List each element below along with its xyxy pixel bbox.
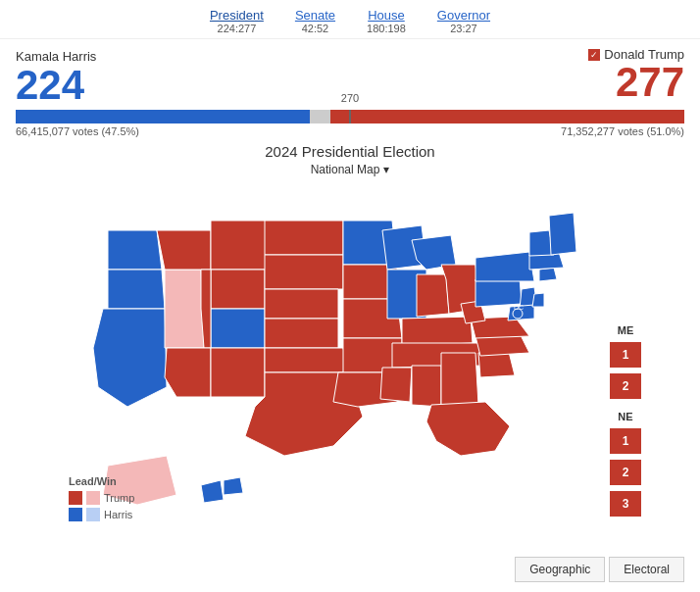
votes-row: 66,415,077 votes (47.5%) 71,352,277 vote… — [16, 125, 684, 137]
map-title: 2024 Presidential Election — [0, 143, 700, 160]
nav-governor-label: Governor — [437, 8, 490, 23]
nav-president-label: President — [210, 8, 264, 23]
bottom-buttons: Geographic Electoral — [515, 557, 684, 582]
svg-marker-32 — [426, 402, 510, 456]
svg-marker-41 — [532, 293, 544, 307]
svg-marker-45 — [549, 213, 576, 255]
legend-harris: Harris — [69, 508, 134, 521]
svg-marker-50 — [224, 477, 243, 495]
nav-governor[interactable]: Governor 23:27 — [437, 8, 490, 34]
trump-candidate: ✓ Donald Trump 277 — [588, 47, 684, 103]
legend-trump-light-icon — [86, 491, 100, 505]
svg-marker-25 — [417, 274, 449, 317]
legend-trump-dark-icon — [69, 491, 82, 505]
nav-house-label: House — [367, 8, 406, 23]
electoral-button[interactable]: Electoral — [609, 557, 684, 582]
nav-senate-label: Senate — [295, 8, 335, 23]
map-dropdown-label: National Map — [311, 163, 380, 176]
svg-text:DC: DC — [514, 304, 524, 311]
me-2-box: 2 — [610, 373, 641, 399]
nav-house-score: 180:198 — [367, 23, 406, 34]
bar-grey — [310, 110, 329, 123]
nav-president-score: 224:277 — [210, 23, 264, 34]
svg-marker-15 — [265, 348, 348, 372]
svg-marker-31 — [441, 353, 478, 407]
geographic-button[interactable]: Geographic — [515, 557, 605, 582]
svg-marker-49 — [201, 480, 224, 503]
svg-marker-10 — [211, 348, 265, 397]
harris-ev: 224 — [16, 65, 96, 106]
trump-votes: 71,352,277 votes (51.0%) — [561, 125, 684, 137]
legend-harris-label: Harris — [104, 509, 132, 520]
threshold-line — [349, 110, 351, 123]
legend-trump: Trump — [69, 491, 134, 505]
progress-bar-container: 270 — [16, 110, 684, 123]
ne-label: NE — [610, 411, 641, 422]
svg-marker-14 — [265, 319, 338, 348]
legend-title: Lead/Win — [69, 475, 134, 487]
ne-1-box: 1 — [610, 428, 641, 454]
bar-blue — [16, 110, 310, 123]
state-boxes: ME 1 2 NE 1 2 3 — [610, 319, 641, 518]
nav-senate-score: 42:52 — [295, 23, 335, 34]
map-section: 2024 Presidential Election National Map … — [0, 143, 700, 177]
me-1-box: 1 — [610, 342, 641, 368]
legend-trump-label: Trump — [104, 492, 134, 504]
svg-marker-42 — [539, 268, 557, 281]
nav-president[interactable]: President 224:277 — [210, 8, 264, 34]
svg-marker-38 — [475, 252, 534, 281]
harris-votes: 66,415,077 votes (47.5%) — [16, 125, 139, 137]
svg-marker-12 — [265, 255, 343, 289]
legend: Lead/Win Trump Harris — [69, 475, 134, 524]
me-label: ME — [610, 324, 641, 336]
legend-harris-dark-icon — [69, 508, 82, 521]
trump-checkbox-icon: ✓ — [588, 49, 600, 61]
svg-marker-4 — [157, 230, 211, 270]
legend-harris-light-icon — [86, 508, 100, 521]
svg-marker-11 — [265, 221, 343, 255]
svg-marker-27 — [402, 317, 473, 346]
bar-red — [330, 110, 684, 123]
nav-house[interactable]: House 180:198 — [367, 8, 406, 34]
svg-marker-7 — [211, 309, 265, 348]
svg-marker-1 — [108, 270, 165, 309]
us-map: DC — [49, 191, 598, 524]
ne-3-box: 3 — [610, 491, 641, 517]
svg-marker-29 — [380, 368, 412, 402]
harris-candidate: Kamala Harris 224 — [16, 47, 96, 106]
trump-ev: 277 — [616, 62, 684, 103]
svg-marker-2 — [93, 309, 167, 407]
svg-marker-0 — [108, 230, 162, 270]
svg-marker-9 — [165, 348, 211, 397]
threshold-marker: 270 — [341, 92, 359, 104]
svg-marker-13 — [265, 289, 338, 319]
chevron-down-icon: ▾ — [383, 163, 389, 176]
ne-2-box: 2 — [610, 460, 641, 485]
svg-marker-3 — [165, 270, 204, 348]
nav-senate[interactable]: Senate 42:52 — [295, 8, 335, 34]
top-nav: President 224:277 Senate 42:52 House 180… — [0, 0, 700, 39]
svg-marker-30 — [412, 366, 441, 407]
map-area: DC Lead/Win Trump Harris ME 1 2 NE 1 2 3 — [0, 181, 700, 554]
svg-marker-6 — [211, 270, 265, 309]
map-dropdown[interactable]: National Map ▾ — [311, 163, 390, 176]
nav-governor-score: 23:27 — [437, 23, 490, 34]
